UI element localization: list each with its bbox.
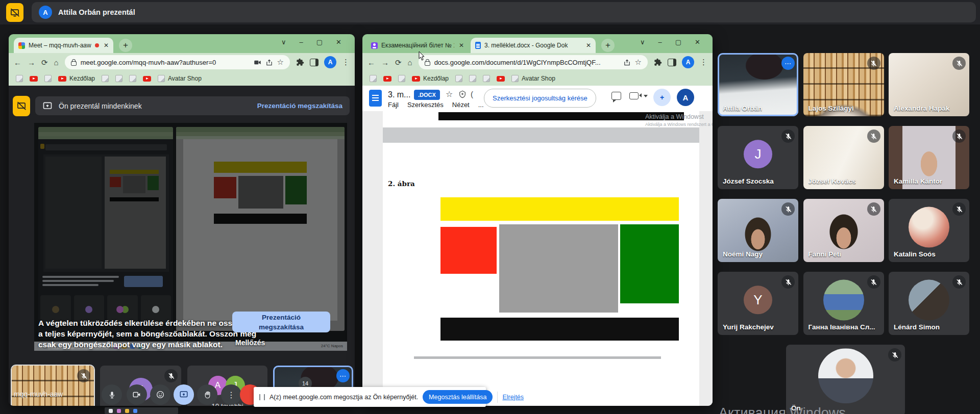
menu-dots-icon[interactable]: ⋮ bbox=[342, 58, 350, 67]
participant-tile[interactable]: Kamilla Kántor bbox=[889, 126, 969, 189]
reactions-button[interactable] bbox=[150, 384, 170, 405]
tile-menu-button[interactable]: ⋯ bbox=[336, 369, 350, 382]
tabsearch-chevron-icon[interactable]: ∨ bbox=[640, 38, 645, 46]
extensions-icon[interactable] bbox=[654, 58, 662, 66]
back-icon[interactable]: ← bbox=[14, 59, 21, 66]
menu-fajl[interactable]: Fájl bbox=[388, 101, 399, 109]
youtube-bookmark-icon[interactable] bbox=[58, 76, 66, 82]
bookmark-icon[interactable] bbox=[483, 75, 490, 82]
raise-hand-button[interactable] bbox=[197, 384, 217, 405]
youtube-bookmark-icon[interactable] bbox=[497, 76, 505, 82]
bookmark-kezdolap[interactable]: Kezdőlap bbox=[69, 75, 95, 82]
youtube-bookmark-icon[interactable] bbox=[412, 76, 420, 82]
participant-tile[interactable]: József Kovács bbox=[803, 126, 884, 189]
mic-button[interactable] bbox=[102, 384, 122, 405]
minimize-icon[interactable]: – bbox=[658, 38, 662, 46]
bookmark-icon[interactable] bbox=[102, 75, 109, 82]
menu-szerkesztes[interactable]: Szerkesztés bbox=[407, 101, 444, 109]
participant-tile[interactable]: ⋯Attila Orbán bbox=[718, 53, 798, 116]
forward-icon[interactable]: → bbox=[28, 59, 35, 66]
bookmark-icon[interactable] bbox=[44, 75, 52, 82]
address-bar[interactable]: docs.google.com/document/d/1WgClYnmpBcCO… bbox=[419, 55, 648, 69]
meet-caret-icon[interactable] bbox=[644, 95, 648, 97]
share-person-add-button[interactable]: + bbox=[653, 89, 671, 106]
side-panel-icon[interactable] bbox=[310, 59, 318, 66]
stop-presenting-link[interactable]: Prezentáció megszakítása bbox=[257, 102, 342, 110]
presentation-off-icon[interactable] bbox=[6, 3, 23, 22]
camera-button[interactable] bbox=[127, 384, 147, 405]
address-bar[interactable]: meet.google.com/mqq-muvh-aaw?authuser=0 … bbox=[65, 55, 290, 69]
side-panel-icon[interactable] bbox=[668, 59, 676, 66]
bookmark-icon[interactable] bbox=[511, 75, 519, 82]
tab-exam-ticket[interactable]: Екзаменаційний білет № 14. ✕ bbox=[366, 38, 469, 53]
tab-close-icon[interactable]: ✕ bbox=[586, 42, 591, 49]
document-title[interactable]: 3. m... bbox=[388, 90, 410, 99]
profile-avatar[interactable]: A bbox=[682, 56, 694, 68]
tab-close-icon[interactable]: ✕ bbox=[459, 42, 464, 49]
new-tab-button[interactable]: + bbox=[601, 39, 615, 52]
stop-presentation-button[interactable]: Prezentáció megszakítása bbox=[232, 312, 330, 332]
participant-tile[interactable]: Lénárd Simon bbox=[889, 272, 969, 335]
comments-icon[interactable] bbox=[611, 92, 621, 100]
stop-sharing-button[interactable]: Megosztás leállítása bbox=[423, 390, 493, 404]
participant-tile[interactable]: Lajos Szilágyi bbox=[803, 53, 884, 116]
participant-tile[interactable]: YYurij Rakchejev bbox=[718, 272, 798, 335]
bookmark-star-icon[interactable]: ☆ bbox=[277, 58, 284, 67]
meet-call-icon[interactable] bbox=[629, 92, 639, 99]
share-icon[interactable] bbox=[623, 59, 631, 66]
new-tab-button[interactable]: + bbox=[119, 39, 132, 52]
bookmark-icon[interactable] bbox=[158, 75, 165, 82]
participant-tile[interactable]: Ганна Іванівна Сл... bbox=[803, 272, 884, 335]
move-to-drive-icon[interactable] bbox=[458, 90, 467, 98]
back-icon[interactable]: ← bbox=[368, 59, 375, 66]
document-canvas[interactable]: Aktiválja a Windowst Aktiválja a Windows… bbox=[362, 111, 713, 406]
youtube-bookmark-icon[interactable] bbox=[143, 76, 151, 82]
forward-icon[interactable]: → bbox=[381, 59, 389, 66]
request-edit-access-button[interactable]: Szerkesztési jogosultság kérése bbox=[484, 89, 596, 108]
youtube-bookmark-icon[interactable] bbox=[30, 76, 38, 82]
account-avatar[interactable]: A bbox=[677, 89, 694, 106]
home-icon[interactable]: ⌂ bbox=[54, 59, 59, 66]
menu-nezet[interactable]: Nézet bbox=[452, 101, 470, 109]
maximize-icon[interactable]: ▢ bbox=[316, 38, 323, 46]
bookmark-icon[interactable] bbox=[455, 75, 462, 82]
participant-tile[interactable]: Alexandra Hapák bbox=[889, 53, 969, 116]
reload-icon[interactable]: ⟳ bbox=[395, 59, 402, 66]
bookmark-star-icon[interactable]: ☆ bbox=[635, 58, 642, 67]
bookmark-kezdolap[interactable]: Kezdőlap bbox=[423, 75, 449, 82]
tabsearch-chevron-icon[interactable]: ∨ bbox=[281, 38, 286, 46]
menu-dots-icon[interactable]: ⋮ bbox=[700, 58, 707, 67]
bookmark-avatar-shop[interactable]: Avatar Shop bbox=[522, 75, 555, 82]
camera-permission-icon[interactable] bbox=[254, 59, 261, 66]
maximize-icon[interactable]: ▢ bbox=[675, 38, 681, 46]
participant-tile[interactable]: Fanni Peti bbox=[803, 199, 884, 262]
bookmark-icon[interactable] bbox=[115, 75, 122, 82]
participant-tile[interactable]: Katalin Soós bbox=[889, 199, 969, 262]
bookmark-icon[interactable] bbox=[469, 75, 476, 82]
dismiss-button[interactable]: Mellőzés bbox=[235, 339, 265, 347]
tile-menu-button[interactable]: ⋯ bbox=[781, 57, 795, 70]
bookmark-icon[interactable] bbox=[16, 75, 23, 82]
profile-avatar[interactable]: A bbox=[324, 56, 336, 68]
bookmark-icon[interactable] bbox=[129, 75, 136, 82]
extensions-icon[interactable] bbox=[296, 58, 304, 66]
close-icon[interactable]: ✕ bbox=[695, 38, 700, 46]
hide-toast-link[interactable]: Elrejtés bbox=[502, 394, 524, 401]
bookmark-icon[interactable] bbox=[398, 75, 405, 82]
minimize-icon[interactable]: – bbox=[300, 38, 303, 46]
tab-meet[interactable]: Meet – mqq-muvh-aaw ✕ bbox=[14, 38, 113, 53]
bookmark-avatar-shop[interactable]: Avatar Shop bbox=[168, 75, 202, 82]
tab-melleklet-doc[interactable]: 3. melléklet.docx - Google Dok ✕ bbox=[471, 38, 596, 53]
share-icon[interactable] bbox=[265, 59, 273, 66]
participant-tile[interactable]: Ön bbox=[786, 345, 905, 414]
bookmark-icon[interactable] bbox=[370, 75, 377, 82]
more-options-button[interactable]: ⋮ bbox=[221, 384, 241, 405]
home-icon[interactable]: ⌂ bbox=[408, 59, 412, 66]
participant-tile[interactable]: JJózsef Szocska bbox=[718, 126, 798, 189]
docs-logo-icon[interactable] bbox=[369, 90, 382, 107]
present-now-button[interactable] bbox=[174, 384, 194, 405]
reload-icon[interactable]: ⟳ bbox=[41, 59, 48, 66]
star-doc-icon[interactable]: ☆ bbox=[446, 89, 453, 99]
participant-tile[interactable]: Noémi Nagy bbox=[718, 199, 798, 262]
youtube-bookmark-icon[interactable] bbox=[383, 76, 391, 82]
